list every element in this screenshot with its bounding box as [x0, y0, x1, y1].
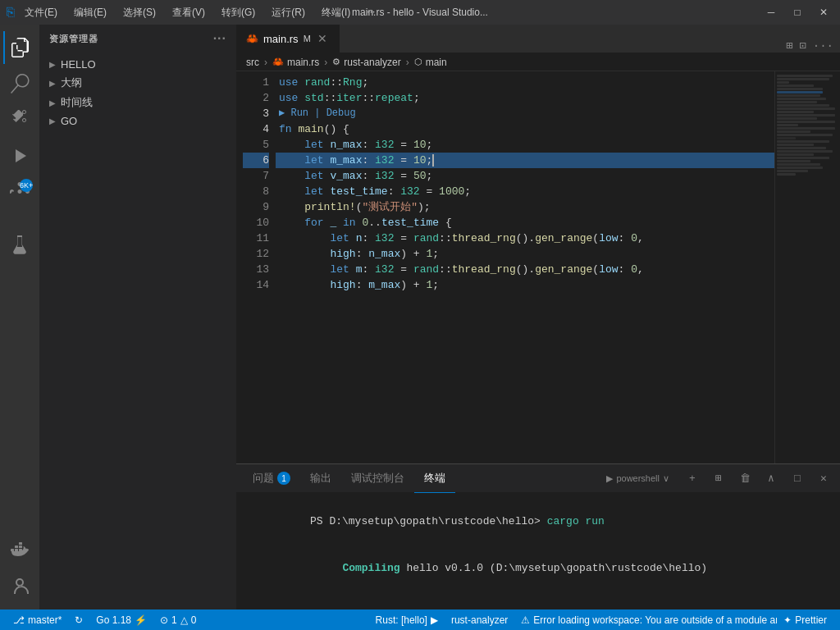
menu-terminal[interactable]: 终端(I) — [318, 4, 354, 21]
main-layout: 6K+ 资源管理器 ··· ▶ HELLO ▶ 大纲 — [0, 25, 840, 609]
breadcrumb-main[interactable]: ⬡ main — [414, 57, 447, 68]
activity-extensions[interactable]: 6K+ — [3, 176, 36, 208]
panel-add-terminal-button[interactable]: + — [682, 468, 702, 488]
error-msg-text: Error loading workspace: You are outside… — [533, 614, 777, 626]
terminal-selector[interactable]: ▶ powershell ∨ — [600, 473, 676, 484]
sidebar-item-hello[interactable]: ▶ HELLO — [39, 56, 236, 73]
breadcrumb-file[interactable]: 🦀 main.rs — [272, 57, 319, 68]
prettier-icon: ✦ — [783, 614, 792, 626]
code-line-5: let n_max: i32 = 10; — [276, 137, 774, 153]
close-button[interactable]: ✕ — [814, 2, 833, 22]
code-line-7: let v_max: i32 = 50; — [276, 168, 774, 184]
go-lightning-icon: ⚡ — [135, 614, 147, 626]
rust-file-icon: 🦀 — [272, 57, 284, 67]
status-error-msg[interactable]: ⚠ Error loading workspace: You are outsi… — [514, 609, 777, 630]
status-prettier[interactable]: ✦ Prettier — [777, 609, 833, 630]
menu-edit[interactable]: 编辑(E) — [71, 4, 110, 21]
split-editor-button[interactable]: ⊞ — [786, 39, 792, 52]
activity-run[interactable] — [3, 139, 36, 172]
panel-tab-output[interactable]: 输出 — [300, 464, 341, 493]
activity-source-control[interactable] — [3, 103, 36, 136]
panel-trash-button[interactable]: 🗑 — [735, 468, 755, 488]
activity-search[interactable] — [3, 67, 36, 100]
minimize-button[interactable]: ─ — [761, 2, 781, 22]
svg-rect-0 — [11, 549, 14, 551]
terminal-run-icon: ▶ — [606, 473, 613, 484]
menu-view[interactable]: 查看(V) — [169, 4, 208, 21]
status-sync[interactable]: ↻ — [68, 609, 89, 630]
menu-select[interactable]: 选择(S) — [120, 4, 159, 21]
titlebar: ⎘ 文件(E) 编辑(E) 选择(S) 查看(V) 转到(G) 运行(R) 终端… — [0, 0, 840, 25]
warning-count: 0 — [191, 614, 197, 626]
terminal-content[interactable]: PS D:\mysetup\gopath\rustcode\hello> car… — [236, 493, 840, 609]
svg-rect-1 — [15, 549, 18, 551]
code-line-3: ▶ Run | Debug — [276, 106, 774, 121]
activity-bar: 6K+ — [0, 25, 39, 609]
status-rust-hello[interactable]: Rust: [hello] ▶ — [369, 609, 445, 630]
activity-account[interactable] — [3, 570, 36, 603]
sidebar-label-hello: HELLO — [61, 58, 96, 71]
code-line-2: use std::iter::repeat; — [276, 90, 774, 106]
menu-run[interactable]: 运行(R) — [268, 4, 308, 21]
error-count: 1 — [171, 614, 177, 626]
rust-hello-label: Rust: [hello] — [376, 614, 427, 626]
go-label: Go 1.18 — [96, 614, 131, 626]
terminal-dropdown-icon: ∨ — [663, 473, 669, 484]
status-bar: ⎇ master* ↻ Go 1.18 ⚡ ⊙ 1 △ 0 Rust: [hel… — [0, 609, 840, 630]
panel-tab-problems[interactable]: 问题 1 — [243, 464, 300, 493]
tree-arrow-hello: ▶ — [49, 60, 56, 69]
panel-actions: ▶ powershell ∨ + ⊞ 🗑 ∧ □ ✕ — [600, 468, 833, 488]
maximize-button[interactable]: □ — [788, 2, 807, 22]
menu-goto[interactable]: 转到(G) — [218, 4, 258, 21]
panel-tab-debug-console[interactable]: 调试控制台 — [341, 464, 414, 493]
breadcrumb-sep-3: › — [406, 57, 409, 68]
panel-close-button[interactable]: ✕ — [814, 468, 833, 488]
sidebar-item-outline[interactable]: ▶ 大纲 — [39, 73, 236, 93]
panel-split-terminal-button[interactable]: ⊞ — [709, 468, 728, 488]
code-editor[interactable]: 1 2 3 4 5 6 7 8 9 10 11 12 13 14 use ran… — [236, 71, 840, 463]
breadcrumb-analyzer[interactable]: ⚙ rust-analyzer — [332, 57, 400, 68]
branch-icon: ⎇ — [13, 614, 25, 626]
sidebar-title: 资源管理器 — [49, 33, 98, 45]
window-title: main.rs - hello - Visual Studio... — [352, 7, 488, 18]
menu-bar: 文件(E) 编辑(E) 选择(S) 查看(V) 转到(G) 运行(R) 终端(I… — [21, 4, 378, 21]
terminal-line-finished: Finished dev [unoptimized + debuginfo] t… — [246, 591, 830, 609]
activity-docker[interactable] — [3, 534, 36, 567]
code-line-4: fn main() { — [276, 121, 774, 137]
status-rust-analyzer[interactable]: rust-analyzer — [445, 609, 514, 630]
sidebar-more-button[interactable]: ··· — [213, 31, 226, 46]
panel-layout-button[interactable]: ⊡ — [799, 39, 806, 52]
code-line-11: let n: i32 = rand::thread_rng().gen_rang… — [276, 231, 774, 246]
activity-testing[interactable] — [3, 228, 36, 261]
panel-tab-bar: 问题 1 输出 调试控制台 终端 ▶ powershell ∨ — [236, 464, 840, 493]
code-content[interactable]: use rand::Rng; use std::iter::repeat; ▶ … — [276, 71, 774, 463]
tab-main-rs[interactable]: 🦀 main.rs M ✕ — [236, 25, 340, 52]
activity-explorer[interactable] — [3, 31, 36, 64]
panel-tab-terminal[interactable]: 终端 — [414, 464, 455, 493]
tab-actions: ⊞ ⊡ ··· — [779, 39, 840, 52]
warning-icon: △ — [180, 614, 188, 626]
panel-tab-output-label: 输出 — [310, 471, 331, 486]
tree-arrow-outline: ▶ — [49, 79, 56, 88]
panel-maximize-button[interactable]: □ — [788, 468, 807, 488]
menu-file[interactable]: 文件(E) — [21, 4, 61, 21]
panel-collapse-button[interactable]: ∧ — [761, 468, 781, 488]
breadcrumb-src[interactable]: src — [246, 57, 259, 68]
rust-run-icon: ▶ — [431, 614, 438, 626]
activity-bottom — [3, 534, 36, 609]
more-tabs-button[interactable]: ··· — [813, 39, 833, 52]
sync-icon: ↻ — [75, 614, 83, 626]
window-controls: ─ □ ✕ — [761, 2, 833, 22]
sidebar-item-timeline[interactable]: ▶ 时间线 — [39, 93, 236, 112]
sidebar-header: 资源管理器 ··· — [39, 25, 236, 52]
sidebar-item-go[interactable]: ▶ GO — [39, 112, 236, 130]
status-branch[interactable]: ⎇ master* — [7, 609, 68, 630]
minimap — [774, 71, 840, 463]
tab-close-button[interactable]: ✕ — [316, 32, 329, 45]
run-debug-link[interactable]: ▶ Run | Debug — [279, 106, 356, 121]
vs-icon: ⎘ — [7, 5, 15, 20]
svg-rect-5 — [19, 542, 22, 545]
tab-modified-badge: M — [304, 34, 311, 43]
status-go[interactable]: Go 1.18 ⚡ — [89, 609, 153, 630]
status-errors[interactable]: ⊙ 1 △ 0 — [153, 609, 203, 630]
